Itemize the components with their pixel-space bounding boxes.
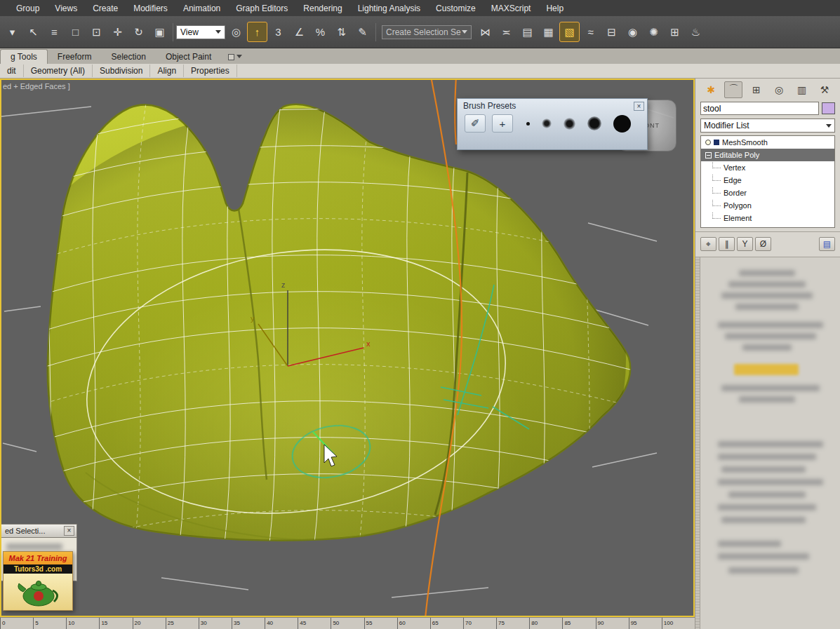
modifier-stack-row[interactable]: Editable Poly bbox=[701, 149, 834, 161]
viewport-scene: z y x bbox=[1, 80, 693, 616]
rendered-frame-window-icon[interactable]: ⊞ bbox=[665, 22, 685, 42]
tree-branch bbox=[712, 175, 721, 181]
menu-item[interactable]: Group bbox=[8, 1, 47, 15]
percent-snap-icon[interactable]: % bbox=[310, 22, 331, 42]
create-tab-icon[interactable]: ✱ bbox=[702, 81, 720, 98]
select-and-move-icon[interactable]: ✛ bbox=[107, 22, 128, 42]
add-brush-icon[interactable]: + bbox=[492, 114, 513, 133]
menu-item[interactable]: Rendering bbox=[295, 1, 349, 15]
toolbar-overflow-icon[interactable]: ▾ bbox=[2, 22, 22, 42]
ribbon-tab[interactable]: g Tools bbox=[0, 49, 48, 64]
brush-dot-solid-large[interactable] bbox=[613, 115, 631, 133]
make-unique-button[interactable]: Y bbox=[737, 237, 753, 251]
object-color-swatch[interactable] bbox=[822, 102, 835, 114]
reference-coordinate-value: View bbox=[180, 27, 199, 37]
visibility-bulb-icon[interactable] bbox=[705, 140, 711, 145]
collapse-icon[interactable] bbox=[705, 152, 712, 158]
menu-item[interactable]: MAXScript bbox=[484, 1, 539, 15]
menu-item[interactable]: Create bbox=[85, 1, 126, 15]
viewport-shading-label[interactable]: ed + Edged Faces ] bbox=[3, 82, 70, 90]
window-crossing-selection-icon[interactable]: ⊡ bbox=[86, 22, 107, 42]
graphite-ribbon-toggle-icon[interactable]: ▧ bbox=[559, 22, 580, 42]
modifier-stack-row[interactable]: Vertex bbox=[701, 161, 834, 174]
menu-item[interactable]: Help bbox=[538, 1, 571, 15]
hierarchy-tab-icon[interactable]: ⊞ bbox=[747, 81, 766, 98]
axis-y-label: y bbox=[251, 314, 255, 323]
layer-manager-icon[interactable]: ▤ bbox=[517, 22, 538, 42]
close-icon[interactable]: × bbox=[64, 526, 74, 536]
select-and-rotate-icon[interactable]: ↻ bbox=[128, 22, 149, 42]
ribbon-subtab[interactable]: Align bbox=[150, 65, 184, 77]
rectangular-selection-region-icon[interactable]: □ bbox=[65, 22, 86, 42]
brush-dot-soft-medium[interactable] bbox=[564, 118, 575, 130]
modify-tab-icon[interactable]: ⌒ bbox=[724, 81, 742, 98]
stool-mesh-object[interactable] bbox=[1, 86, 674, 613]
motion-tab-icon[interactable]: ◎ bbox=[770, 81, 788, 98]
highlighted-rollout-button[interactable] bbox=[734, 364, 799, 375]
timeline-tick: 75 bbox=[496, 618, 529, 629]
menu-item[interactable]: Animation bbox=[175, 1, 228, 15]
select-object-icon[interactable]: ↖ bbox=[23, 22, 44, 42]
watermark-title: Mak 21 Training bbox=[4, 552, 72, 564]
object-name-field[interactable] bbox=[700, 102, 819, 115]
menu-item[interactable]: Graph Editors bbox=[228, 1, 295, 15]
mirror-icon[interactable]: ⋈ bbox=[475, 22, 495, 42]
menu-item[interactable]: Views bbox=[47, 1, 85, 15]
perspective-viewport[interactable]: z y x ed + Edged Faces ] FRONT Brush Pre… bbox=[0, 79, 695, 617]
show-end-result-button[interactable]: ∥ bbox=[719, 237, 735, 251]
timeline-tick: 70 bbox=[463, 618, 496, 629]
render-setup-icon[interactable]: ✺ bbox=[644, 22, 664, 42]
remove-modifier-button[interactable]: Ø bbox=[755, 237, 771, 251]
menu-item[interactable]: Modifiers bbox=[126, 1, 175, 15]
snaps-toggle-icon[interactable]: 3 bbox=[268, 22, 288, 42]
modifier-stack-row[interactable]: Edge bbox=[701, 174, 834, 187]
select-by-name-icon[interactable]: ≡ bbox=[44, 22, 65, 42]
panel-scrollbar[interactable] bbox=[695, 257, 700, 629]
spinner-snap-icon[interactable]: ⇅ bbox=[331, 22, 352, 42]
command-panel: ✱⌒⊞◎▥⚒ Modifier List MeshSmo bbox=[695, 79, 840, 629]
create-selection-set-combo[interactable]: Create Selection Se bbox=[382, 25, 472, 39]
ribbon-tab[interactable]: Object Paint bbox=[156, 50, 221, 64]
close-icon[interactable]: × bbox=[634, 102, 644, 111]
render-production-icon[interactable]: ♨ bbox=[686, 22, 706, 42]
ribbon-subtab[interactable]: Properties bbox=[184, 65, 237, 77]
curve-editor-icon[interactable]: ≈ bbox=[580, 22, 601, 42]
tree-branch bbox=[712, 162, 721, 168]
edit-named-selection-sets-icon[interactable]: ✎ bbox=[352, 22, 373, 42]
select-and-place-icon[interactable]: ↑ bbox=[247, 22, 267, 42]
ribbon-subtab[interactable]: dit bbox=[0, 65, 24, 77]
align-icon[interactable]: ≍ bbox=[496, 22, 516, 42]
scene-explorer-icon[interactable]: ▦ bbox=[538, 22, 559, 42]
modifier-stack-row[interactable]: MeshSmooth bbox=[701, 136, 834, 149]
angle-snap-icon[interactable]: ∠ bbox=[289, 22, 309, 42]
schematic-view-icon[interactable]: ⊟ bbox=[601, 22, 622, 42]
brush-icon[interactable]: ✐ bbox=[465, 114, 486, 133]
ribbon-subtab[interactable]: Subdivision bbox=[93, 65, 150, 77]
ribbon-subtab[interactable]: Geometry (All) bbox=[24, 65, 93, 77]
brush-presets-palette[interactable]: Brush Presets × ✐+ bbox=[457, 98, 648, 150]
pin-stack-button[interactable]: ⌖ bbox=[700, 237, 716, 251]
use-pivot-center-icon[interactable]: ◎ bbox=[226, 22, 246, 42]
select-and-scale-icon[interactable]: ▣ bbox=[149, 22, 170, 42]
brush-dot-soft-small[interactable] bbox=[542, 119, 552, 128]
modifier-stack-row[interactable]: Border bbox=[701, 187, 834, 199]
timeline-tick: 55 bbox=[364, 618, 397, 629]
menu-item[interactable]: Customize bbox=[428, 1, 484, 15]
reference-coordinate-dropdown[interactable]: View bbox=[176, 25, 225, 39]
modifier-list-dropdown[interactable]: Modifier List bbox=[700, 119, 835, 133]
material-editor-icon[interactable]: ◉ bbox=[622, 22, 643, 42]
graphite-ribbon-subtabs: ditGeometry (All)SubdivisionAlignPropert… bbox=[0, 64, 840, 79]
ribbon-tab[interactable]: Selection bbox=[102, 50, 156, 64]
timeline-ruler[interactable]: 0510152025303540455055606570758085909510… bbox=[0, 617, 695, 629]
modifier-stack-row[interactable]: Polygon bbox=[701, 199, 834, 212]
menu-item[interactable]: Lighting Analysis bbox=[350, 1, 428, 15]
configure-modifier-sets-button[interactable]: ▤ bbox=[819, 237, 835, 251]
display-tab-icon[interactable]: ▥ bbox=[793, 81, 811, 98]
modifier-stack-row[interactable]: Element bbox=[701, 212, 834, 224]
brush-dot-tiny[interactable] bbox=[526, 122, 530, 126]
ribbon-tab[interactable]: Freeform bbox=[48, 50, 102, 64]
ribbon-display-toggle[interactable] bbox=[228, 53, 242, 61]
utilities-tab-icon[interactable]: ⚒ bbox=[815, 81, 834, 98]
3ds-max-window: GroupViewsCreateModifiersAnimationGraph … bbox=[0, 0, 840, 629]
brush-dot-soft-large[interactable] bbox=[587, 116, 601, 130]
